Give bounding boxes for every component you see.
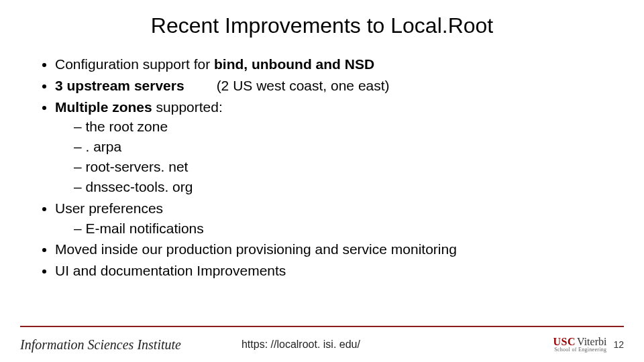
usc-viterbi-logo: USCViterbi School of Engineering: [553, 337, 607, 353]
bullet-2: 3 upstream servers(2 US west coast, one …: [55, 76, 612, 96]
bullet-3-sublist: the root zone . arpa root-servers. net d…: [55, 117, 612, 196]
bullet-1: Configuration support for bind, unbound …: [55, 54, 612, 74]
footer-rule: [20, 326, 624, 327]
bullet-3-bold: Multiple zones: [55, 99, 152, 115]
bullet-1-prefix: Configuration support for: [55, 56, 214, 72]
logo-usc: USC: [553, 337, 576, 347]
bullet-3-suffix: supported:: [152, 99, 223, 115]
footer-institute: Information Sciences Institute: [20, 337, 181, 353]
bullet-4: User preferences E-mail notifications: [55, 198, 612, 239]
bullet-2-suffix: (2 US west coast, one east): [217, 78, 390, 93]
bullet-4-sublist: E-mail notifications: [55, 219, 612, 239]
slide: Recent Improvements to Local.Root Config…: [0, 0, 644, 362]
footer: Information Sciences Institute https: //…: [0, 326, 644, 353]
sub-item: . arpa: [74, 137, 612, 157]
sub-item: root-servers. net: [74, 157, 612, 177]
slide-title: Recent Improvements to Local.Root: [32, 13, 612, 38]
bullet-1-bold: bind, unbound and NSD: [214, 56, 374, 72]
sub-item: the root zone: [74, 117, 612, 137]
bullet-4-text: User preferences: [55, 200, 163, 216]
footer-url: https: //localroot. isi. edu/: [241, 339, 553, 351]
bullet-3: Multiple zones supported: the root zone …: [55, 97, 612, 197]
logo-viterbi: Viterbi: [577, 337, 606, 347]
bullet-2-bold: 3 upstream servers: [55, 78, 184, 93]
footer-right: USCViterbi School of Engineering 12: [553, 337, 624, 353]
logo-school: School of Engineering: [554, 347, 606, 353]
bullet-list: Configuration support for bind, unbound …: [32, 54, 612, 281]
page-number: 12: [613, 339, 624, 350]
sub-item: E-mail notifications: [74, 219, 612, 239]
sub-item: dnssec-tools. org: [74, 177, 612, 197]
footer-row: Information Sciences Institute https: //…: [0, 337, 644, 353]
bullet-5: Moved inside our production provisioning…: [55, 239, 612, 259]
bullet-6: UI and documentation Improvements: [55, 261, 612, 281]
